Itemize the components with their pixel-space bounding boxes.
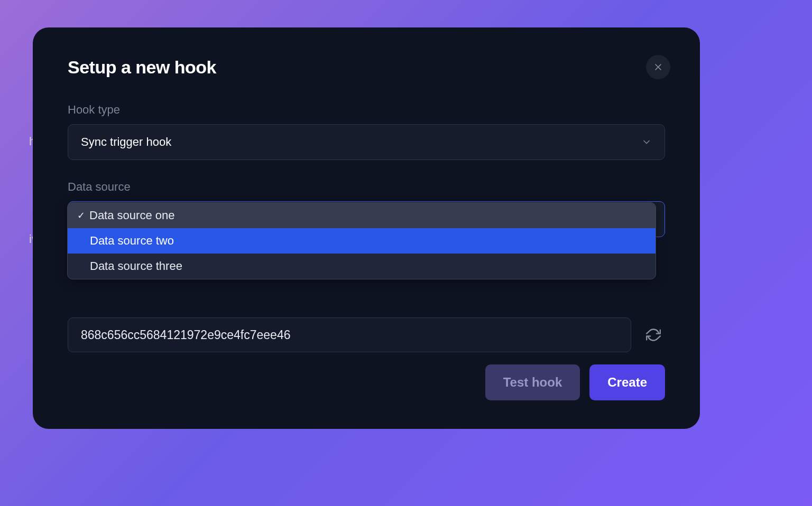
refresh-icon [646, 327, 661, 342]
hook-type-select[interactable]: Sync trigger hook [68, 124, 665, 160]
setup-hook-modal: Setup a new hook Hook type Sync trigger … [33, 27, 700, 429]
refresh-token-button[interactable] [642, 323, 665, 346]
test-hook-button[interactable]: Test hook [485, 364, 580, 400]
dropdown-option-one[interactable]: Data source one [68, 203, 656, 228]
data-source-dropdown: Data source one Data source two Data sou… [67, 202, 656, 279]
hook-type-value: Sync trigger hook [81, 135, 171, 149]
token-row: 868c656cc5684121972e9ce4fc7eee46 [68, 317, 665, 352]
create-button[interactable]: Create [589, 364, 665, 400]
hook-type-label: Hook type [68, 103, 665, 117]
data-source-field: Data source Data source one Data source … [68, 180, 665, 237]
dropdown-option-three[interactable]: Data source three [68, 254, 656, 279]
close-button[interactable] [646, 55, 670, 79]
token-value: 868c656cc5684121972e9ce4fc7eee46 [81, 328, 290, 342]
chevron-down-icon [641, 137, 652, 147]
modal-actions: Test hook Create [485, 364, 665, 400]
data-source-label: Data source [68, 180, 665, 194]
dropdown-option-two[interactable]: Data source two [68, 228, 656, 254]
hook-type-field: Hook type Sync trigger hook [68, 103, 665, 160]
close-icon [653, 62, 663, 72]
token-input[interactable]: 868c656cc5684121972e9ce4fc7eee46 [68, 317, 631, 352]
modal-title: Setup a new hook [68, 57, 665, 78]
